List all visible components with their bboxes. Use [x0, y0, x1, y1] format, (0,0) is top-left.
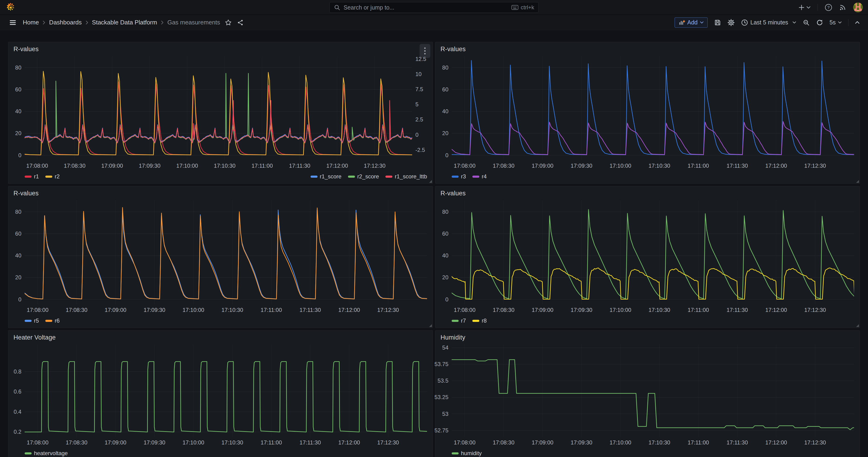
legend-item-r4[interactable]: r4 — [472, 173, 487, 180]
legend-group-left: r5r6 — [25, 317, 60, 324]
legend-item-heatervoltage[interactable]: heatervoltage — [25, 450, 68, 457]
time-range-picker[interactable]: Last 5 minutes — [741, 19, 796, 26]
collapse-toolbar-button[interactable] — [855, 21, 860, 24]
favorite-star-button[interactable] — [225, 19, 232, 26]
panel-legend: heatervoltage — [25, 448, 427, 457]
legend-item-humidity[interactable]: humidity — [452, 450, 482, 457]
x-axis-label: 17:11:30 — [727, 439, 748, 446]
y-axis-label: 40 — [442, 252, 448, 259]
panel-title[interactable]: R-values — [8, 42, 433, 55]
x-axis-label: 17:08:00 — [454, 162, 475, 169]
x-axis-label: 17:09:00 — [101, 162, 123, 169]
search-input[interactable]: Search or jump to... ctrl+k — [330, 2, 538, 13]
x-axis-label: 17:11:00 — [251, 162, 273, 169]
add-panel-button[interactable]: Add — [675, 18, 708, 28]
x-axis-label: 17:12:30 — [804, 439, 826, 446]
panel-legend: r1r2r1_scorer2_scorer1_score_lttb — [25, 171, 427, 182]
legend-item-r1_score_lttb[interactable]: r1_score_lttb — [385, 173, 427, 180]
resize-handle[interactable] — [856, 324, 859, 327]
x-axis-label: 17:10:30 — [649, 162, 670, 169]
legend-item-r6[interactable]: r6 — [45, 317, 60, 324]
legend-item-r5[interactable]: r5 — [25, 317, 39, 324]
new-menu-button[interactable] — [798, 4, 811, 11]
resize-handle[interactable] — [429, 180, 432, 183]
x-axis-label: 17:11:30 — [289, 162, 310, 169]
zoom-out-button[interactable] — [803, 19, 810, 26]
news-button[interactable] — [839, 4, 846, 11]
legend-series-swatch — [25, 320, 32, 322]
right-y-axis-label: 7.5 — [415, 86, 423, 93]
legend-item-r1_score[interactable]: r1_score — [311, 173, 341, 180]
x-axis-label: 17:09:00 — [532, 307, 553, 313]
legend-series-name: r5 — [34, 317, 39, 324]
plot-area[interactable]: 80604020012.5107.552.50-2.517:08:0017:08… — [25, 56, 412, 160]
plus-icon — [798, 4, 805, 11]
breadcrumb-dashboards[interactable]: Dashboards — [49, 19, 82, 26]
legend-item-r3[interactable]: r3 — [452, 173, 466, 180]
y-axis-label: 53.5 — [437, 377, 448, 384]
panel-title[interactable]: R-values — [435, 186, 860, 199]
refresh-interval-dropdown[interactable]: 5s — [830, 19, 842, 26]
x-axis-label: 17:08:30 — [493, 162, 515, 169]
resize-handle[interactable] — [856, 180, 859, 183]
x-axis-label: 17:08:00 — [27, 307, 48, 313]
legend-item-r7[interactable]: r7 — [452, 317, 466, 324]
x-axis-label: 17:10:00 — [183, 307, 204, 313]
y-axis-label: 80 — [442, 64, 448, 71]
breadcrumb-home[interactable]: Home — [23, 19, 39, 26]
legend-group-left: r7r8 — [452, 317, 487, 324]
menu-toggle-button[interactable] — [9, 19, 16, 26]
legend-series-name: r3 — [461, 173, 466, 180]
dashboard-settings-button[interactable] — [727, 19, 735, 26]
legend-item-r2_score[interactable]: r2_score — [348, 173, 379, 180]
avatar[interactable] — [853, 3, 863, 12]
help-button[interactable]: ? — [825, 4, 832, 11]
x-axis-label: 17:11:00 — [688, 439, 709, 446]
x-axis-label: 17:09:00 — [532, 162, 553, 169]
share-button[interactable] — [237, 19, 244, 26]
save-dashboard-button[interactable] — [714, 19, 721, 26]
legend-series-name: r2 — [55, 173, 60, 180]
x-axis-label: 17:11:30 — [300, 307, 321, 313]
legend-group-right: r1_scorer2_scorer1_score_lttb — [311, 173, 427, 180]
refresh-button[interactable] — [816, 19, 823, 26]
right-y-axis-label: 10 — [415, 71, 422, 78]
y-axis-label: 0 — [445, 296, 448, 303]
search-shortcut: ctrl+k — [512, 4, 534, 11]
legend-series-swatch — [472, 176, 479, 178]
x-axis-label: 17:10:00 — [176, 162, 198, 169]
plot-area[interactable]: 80604020017:08:0017:08:3017:09:0017:09:3… — [25, 200, 427, 304]
panel-r-values-4: R-values 80604020017:08:0017:08:3017:09:… — [435, 186, 860, 328]
panel-title[interactable]: R-values — [8, 186, 433, 199]
panel-title[interactable]: Heater Voltage — [8, 331, 433, 343]
plot-area[interactable]: 80604020017:08:0017:08:3017:09:0017:09:3… — [452, 200, 854, 304]
y-axis-label: 52.75 — [434, 427, 448, 434]
y-axis-label: 20 — [442, 130, 448, 136]
breadcrumb-current-dashboard: Gas measurements — [167, 19, 220, 26]
x-axis-label: 17:12:30 — [377, 307, 399, 313]
x-axis-label: 17:12:00 — [338, 307, 360, 313]
right-y-axis-label: 12.5 — [415, 56, 426, 62]
plot-area[interactable]: 0.80.60.40.217:08:0017:08:3017:09:0017:0… — [25, 344, 427, 437]
panel-title[interactable]: R-values — [435, 42, 860, 55]
y-axis-label: 80 — [15, 209, 21, 215]
plot-area[interactable]: 80604020017:08:0017:08:3017:09:0017:09:3… — [452, 56, 854, 160]
panel-humidity: Humidity 5453.7553.553.255352.7517:08:00… — [435, 330, 860, 457]
grafana-logo[interactable] — [5, 2, 16, 13]
plot-area[interactable]: 5453.7553.553.255352.7517:08:0017:08:301… — [452, 344, 854, 437]
dashboard-toolbar: Home Dashboards Stackable Data Platform … — [0, 15, 868, 30]
x-axis-label: 17:12:30 — [804, 162, 826, 169]
x-axis-label: 17:09:30 — [144, 439, 165, 446]
legend-group-left: humidity — [452, 450, 482, 457]
legend-item-r1[interactable]: r1 — [25, 173, 39, 180]
panel-title[interactable]: Humidity — [435, 331, 860, 343]
y-axis-label: 60 — [442, 231, 448, 237]
resize-handle[interactable] — [429, 324, 432, 327]
x-axis-label: 17:11:30 — [727, 307, 748, 313]
y-axis-label: 40 — [15, 252, 21, 259]
breadcrumb-folder[interactable]: Stackable Data Platform — [92, 19, 157, 26]
x-axis-label: 17:12:30 — [804, 307, 826, 313]
legend-item-r8[interactable]: r8 — [472, 317, 487, 324]
legend-series-swatch — [25, 176, 32, 178]
legend-item-r2[interactable]: r2 — [45, 173, 60, 180]
